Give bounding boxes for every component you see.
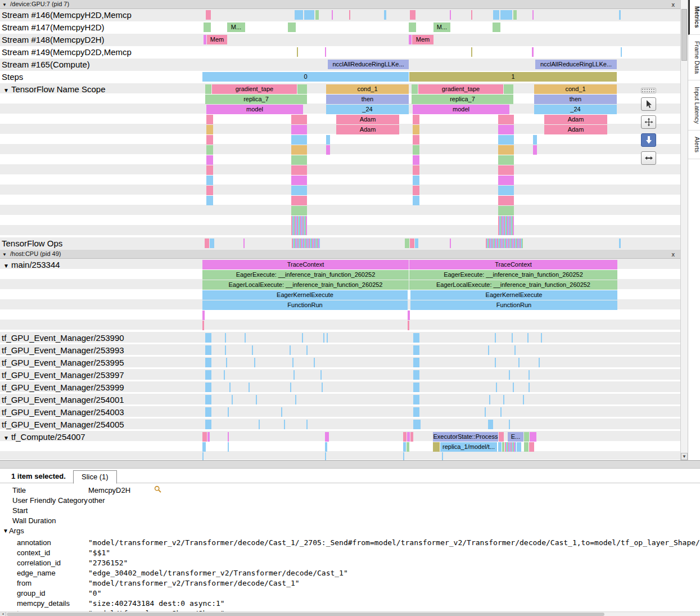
- slice[interactable]: [326, 145, 330, 155]
- slice-eagerkernelexecute[interactable]: EagerKernelExecute: [410, 290, 617, 300]
- slice[interactable]: [204, 35, 206, 44]
- slice[interactable]: [488, 420, 493, 429]
- slice[interactable]: [225, 333, 226, 343]
- track-label-tf-name-scope[interactable]: ▼TensorFlow Name Scope: [0, 83, 139, 96]
- toolbar-drag-handle[interactable]: [641, 88, 656, 93]
- slice-1[interactable]: 1: [409, 72, 617, 82]
- slice[interactable]: [205, 239, 209, 248]
- slice[interactable]: [205, 333, 211, 343]
- slice-eagerlocalexecute-__inference_train_function_260252[interactable]: EagerLocalExecute: __inference_train_fun…: [202, 280, 409, 290]
- slice[interactable]: [498, 115, 514, 124]
- scrollbar-thumb[interactable]: [7, 613, 604, 616]
- slice[interactable]: [505, 442, 516, 452]
- slice[interactable]: [500, 407, 502, 417]
- slice[interactable]: [533, 145, 537, 155]
- slice[interactable]: [413, 345, 419, 355]
- slice[interactable]: [228, 442, 229, 452]
- slice[interactable]: [413, 186, 419, 195]
- slice[interactable]: [207, 432, 210, 442]
- slice-tracecontext[interactable]: TraceContext: [202, 260, 409, 269]
- slice[interactable]: [225, 345, 226, 355]
- slice[interactable]: [210, 239, 214, 248]
- slice[interactable]: [498, 176, 514, 185]
- scroll-down-button[interactable]: ▼: [681, 453, 688, 460]
- slice[interactable]: [413, 155, 419, 165]
- slice[interactable]: [325, 47, 326, 57]
- slice[interactable]: [498, 186, 514, 195]
- select-tool-button[interactable]: [641, 97, 656, 111]
- slice[interactable]: [315, 10, 319, 20]
- slice[interactable]: [442, 452, 443, 460]
- slice[interactable]: [410, 239, 414, 248]
- side-tab-alerts[interactable]: Alerts: [688, 131, 700, 159]
- slice[interactable]: [205, 345, 211, 355]
- slice[interactable]: [206, 165, 213, 175]
- slice[interactable]: [304, 10, 314, 20]
- slice[interactable]: [509, 420, 510, 429]
- vertical-scrollbar[interactable]: ▼: [680, 0, 688, 460]
- slice-adam[interactable]: Adam: [544, 115, 607, 124]
- slice[interactable]: [403, 452, 404, 460]
- slice[interactable]: [206, 125, 213, 134]
- slice[interactable]: [291, 206, 307, 215]
- slice[interactable]: [498, 135, 514, 145]
- slice[interactable]: [291, 115, 307, 124]
- slice[interactable]: [486, 239, 523, 248]
- slice-gradient_tape[interactable]: gradient_tape: [418, 84, 503, 94]
- slice[interactable]: [290, 383, 291, 392]
- slice[interactable]: [504, 84, 513, 94]
- slice[interactable]: [306, 420, 308, 429]
- slice[interactable]: [314, 358, 315, 367]
- slice[interactable]: [232, 395, 233, 404]
- slice[interactable]: [206, 155, 213, 165]
- close-icon[interactable]: x: [672, 250, 675, 259]
- slice[interactable]: [489, 395, 490, 404]
- slice[interactable]: [327, 333, 328, 343]
- expand-triangle-icon[interactable]: ▼: [3, 263, 9, 269]
- slice[interactable]: [493, 23, 500, 32]
- slice[interactable]: [295, 10, 303, 20]
- slice-functionrun[interactable]: FunctionRun: [410, 300, 617, 310]
- slice[interactable]: [284, 420, 285, 429]
- slice-_24[interactable]: _24: [534, 105, 617, 114]
- slice[interactable]: [256, 395, 257, 404]
- slice[interactable]: [530, 432, 536, 442]
- slice[interactable]: [325, 442, 327, 452]
- slice[interactable]: [326, 135, 330, 145]
- slice[interactable]: [202, 442, 206, 452]
- slice[interactable]: [413, 420, 421, 429]
- slice[interactable]: [259, 420, 260, 429]
- expand-triangle-icon[interactable]: ▼: [3, 87, 9, 93]
- slice[interactable]: [517, 442, 521, 452]
- slice[interactable]: [206, 176, 213, 185]
- slice[interactable]: [413, 395, 419, 404]
- slice-eagerlocalexecute-__inference_train_function_260252[interactable]: EagerLocalExecute: __inference_train_fun…: [409, 280, 617, 290]
- slice[interactable]: [229, 383, 231, 392]
- slice[interactable]: [297, 84, 307, 94]
- slice[interactable]: [295, 395, 296, 404]
- expand-triangle-icon[interactable]: ▼: [3, 435, 9, 441]
- slice[interactable]: [243, 239, 245, 248]
- slice[interactable]: [433, 442, 440, 452]
- slice[interactable]: [205, 383, 211, 392]
- slice[interactable]: [322, 383, 323, 392]
- slice[interactable]: [498, 206, 514, 215]
- collapse-triangle-icon[interactable]: ▼: [2, 2, 7, 7]
- slice-mem[interactable]: Mem: [412, 35, 433, 44]
- slice[interactable]: [205, 358, 211, 367]
- slice[interactable]: [412, 84, 418, 94]
- slice[interactable]: [502, 442, 504, 452]
- slice[interactable]: [413, 145, 419, 155]
- slice[interactable]: [413, 358, 419, 367]
- slice[interactable]: [293, 370, 295, 380]
- slice[interactable]: [532, 10, 534, 20]
- slice[interactable]: [413, 383, 419, 392]
- slice[interactable]: [291, 155, 307, 165]
- slice[interactable]: [450, 239, 451, 248]
- slice[interactable]: [205, 395, 211, 404]
- slice[interactable]: [524, 432, 529, 442]
- scrollbar-thumb[interactable]: [681, 9, 687, 61]
- slice[interactable]: [206, 135, 213, 145]
- slice[interactable]: [524, 442, 529, 452]
- slice-model[interactable]: model: [206, 105, 303, 114]
